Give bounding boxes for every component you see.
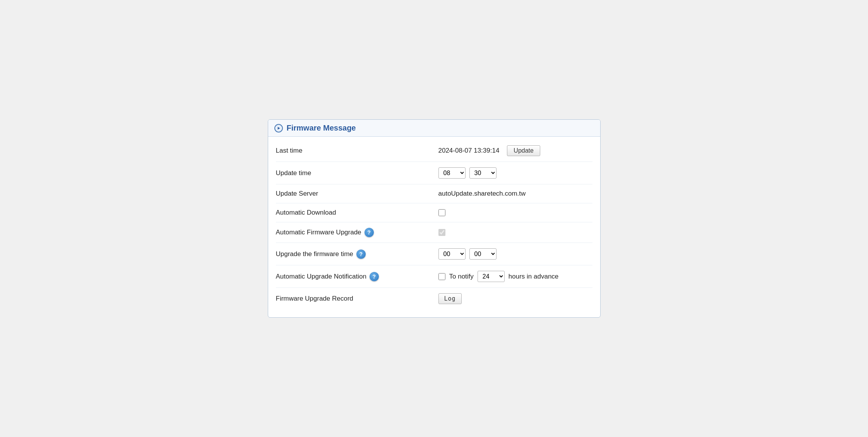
update-button[interactable]: Update <box>507 145 540 156</box>
automatic-download-label: Automatic Download <box>276 209 438 217</box>
automatic-firmware-upgrade-help-icon[interactable]: ? <box>365 228 374 237</box>
automatic-download-row: Automatic Download <box>276 203 592 222</box>
firmware-upgrade-record-value: Log <box>438 293 592 304</box>
automatic-firmware-upgrade-value <box>438 229 592 236</box>
firmware-upgrade-record-row: Firmware Upgrade Record Log <box>276 288 592 310</box>
update-server-row: Update Server autoUpdate.sharetech.com.t… <box>276 184 592 203</box>
last-time-label: Last time <box>276 147 438 155</box>
last-time-row: Last time 2024-08-07 13:39:14 Update <box>276 140 592 162</box>
upgrade-firmware-time-label: Upgrade the firmware time ? <box>276 249 438 259</box>
automatic-download-value <box>438 209 592 216</box>
automatic-download-checkbox[interactable] <box>438 209 445 216</box>
last-time-timestamp: 2024-08-07 13:39:14 <box>438 147 500 155</box>
automatic-upgrade-notification-row: Automatic Upgrade Notification ? To noti… <box>276 265 592 288</box>
panel-header: Firmware Message <box>268 120 600 137</box>
panel-title: Firmware Message <box>287 124 356 132</box>
update-time-row: Update time 08 00 01 02 03 04 05 06 07 0… <box>276 162 592 184</box>
upgrade-firmware-time-hour-select[interactable]: 00 01 02 03 04 05 06 07 08 09 10 11 12 1… <box>438 248 466 260</box>
to-notify-label: To notify <box>449 273 474 280</box>
upgrade-firmware-time-row: Upgrade the firmware time ? 00 01 02 03 … <box>276 243 592 265</box>
collapse-icon[interactable] <box>274 124 283 132</box>
automatic-download-checkbox-wrapper <box>438 209 445 216</box>
automatic-upgrade-notification-help-icon[interactable]: ? <box>370 272 379 281</box>
upgrade-firmware-time-help-icon[interactable]: ? <box>356 249 366 259</box>
automatic-firmware-upgrade-row: Automatic Firmware Upgrade ? <box>276 222 592 243</box>
update-server-value: autoUpdate.sharetech.com.tw <box>438 190 592 198</box>
automatic-upgrade-notification-checkbox-wrapper <box>438 273 445 280</box>
update-time-minute-select[interactable]: 30 00 15 45 <box>469 167 496 179</box>
automatic-firmware-upgrade-label: Automatic Firmware Upgrade ? <box>276 228 438 237</box>
automatic-firmware-upgrade-checkbox-wrapper <box>438 229 445 236</box>
notification-hours-select[interactable]: 1 2 4 8 12 24 48 72 <box>478 271 505 282</box>
automatic-upgrade-notification-checkbox[interactable] <box>438 273 445 280</box>
update-server-text: autoUpdate.sharetech.com.tw <box>438 190 526 198</box>
last-time-value: 2024-08-07 13:39:14 Update <box>438 145 592 156</box>
log-button[interactable]: Log <box>438 293 462 304</box>
update-server-label: Update Server <box>276 190 438 198</box>
panel-body: Last time 2024-08-07 13:39:14 Update Upd… <box>268 137 600 317</box>
firmware-upgrade-record-label: Firmware Upgrade Record <box>276 295 438 303</box>
upgrade-firmware-time-minute-select[interactable]: 00 15 30 45 <box>469 248 496 260</box>
hours-in-advance-label: hours in advance <box>508 273 558 280</box>
upgrade-firmware-time-value: 00 01 02 03 04 05 06 07 08 09 10 11 12 1… <box>438 248 592 260</box>
svg-marker-0 <box>277 127 280 129</box>
firmware-message-panel: Firmware Message Last time 2024-08-07 13… <box>268 119 601 318</box>
update-time-hour-select[interactable]: 08 00 01 02 03 04 05 06 07 09 10 11 12 1… <box>438 167 466 179</box>
automatic-upgrade-notification-value: To notify 1 2 4 8 12 24 48 72 hours in a… <box>438 271 592 282</box>
automatic-firmware-upgrade-checkbox[interactable] <box>438 229 445 236</box>
update-time-label: Update time <box>276 169 438 177</box>
automatic-upgrade-notification-label: Automatic Upgrade Notification ? <box>276 272 438 281</box>
update-time-value: 08 00 01 02 03 04 05 06 07 09 10 11 12 1… <box>438 167 592 179</box>
